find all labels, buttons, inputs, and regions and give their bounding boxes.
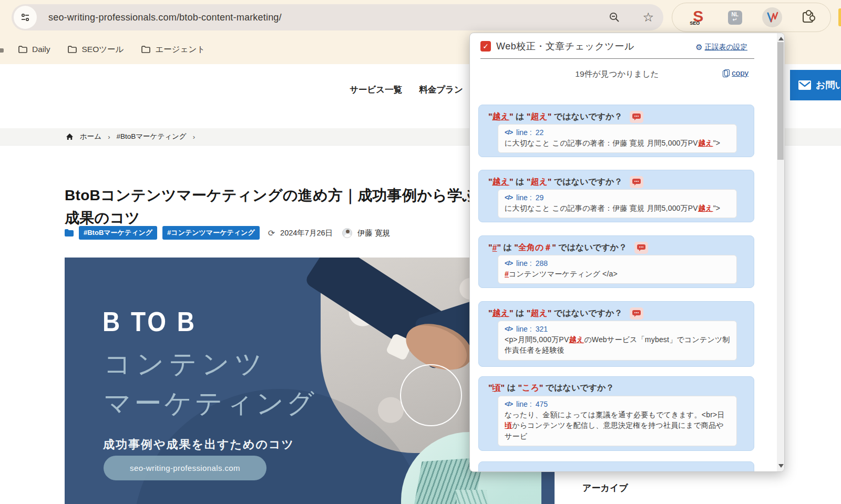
correct-term: 超え (530, 177, 547, 188)
zoom-out-icon[interactable] (609, 12, 620, 23)
comment-bubble-icon[interactable] (634, 242, 648, 254)
code-icon: </> (505, 400, 512, 408)
breadcrumb-separator: › (193, 133, 195, 141)
contact-label: お問い (816, 79, 841, 91)
post-date: 2024年7月26日 (280, 228, 333, 238)
line-number: 321 (536, 325, 548, 333)
correct-term: 超え (530, 308, 547, 319)
copy-link[interactable]: copy (723, 68, 748, 77)
line-number: 288 (536, 259, 548, 268)
scroll-down-arrow[interactable] (778, 464, 784, 468)
code-icon: </> (505, 129, 512, 136)
copy-icon (723, 69, 729, 77)
suggestion-card[interactable]: "越え" は "超え" ではないですか？ </>line :29 に大切なこと … (478, 170, 754, 222)
bookmark-fragment[interactable] (0, 48, 4, 53)
bookmark-seo-tools[interactable]: SEOツール (68, 44, 124, 55)
snippet-box: </>line :475 なったり、金額によっては稟議を通す必要もでてきます。<… (498, 396, 737, 446)
site-nav: サービス一覧 料金プラン 実 (350, 84, 488, 96)
extensions-puzzle-icon[interactable] (803, 12, 813, 23)
gear-icon: ⚙ (695, 43, 702, 52)
nav-item-services[interactable]: サービス一覧 (350, 84, 402, 96)
seo-extension-icon[interactable]: S SEO (690, 8, 707, 26)
highlighted-term: 越え (698, 139, 713, 147)
folder-icon (18, 46, 27, 53)
bookmark-agent[interactable]: エージェント (141, 44, 205, 55)
url-text[interactable]: seo-writing-professionals.com/btob-conte… (48, 12, 282, 23)
hero-title-content: コンテンツ (104, 346, 267, 383)
highlighted-term: 頃 (505, 421, 512, 429)
breadcrumb-separator: › (108, 133, 110, 141)
correct-term: 超え (530, 111, 547, 122)
snippet-box: </>line :29 に大切なこと この記事の著者：伊藤 寛規 月間5,000… (498, 189, 737, 218)
proofreader-popup: ✓ Web校正・文章チェックツール ⚙ 正誤表の設定 19件が見つかりました c… (469, 33, 785, 472)
nl-extension-icon[interactable]: NL ↵ (728, 11, 742, 25)
home-icon (66, 133, 74, 140)
code-icon: </> (505, 194, 512, 201)
tag-content-marketing[interactable]: #コンテンツマーケティング (162, 226, 260, 240)
wrong-term: 越え (493, 177, 509, 188)
breadcrumb-home[interactable]: ホーム (80, 132, 101, 141)
line-number: 475 (536, 400, 548, 408)
code-icon: </> (505, 260, 512, 267)
bookmark-daily[interactable]: Daily (18, 45, 50, 54)
comment-bubble-icon[interactable] (630, 176, 643, 188)
wrong-term: 越え (493, 308, 509, 319)
author-avatar (342, 228, 352, 238)
hero-title-btob: B TO B (102, 306, 197, 337)
folder-icon (141, 46, 150, 53)
results-count: 19件が見つかりました (470, 69, 764, 80)
wrong-term: 頃 (493, 383, 501, 394)
ring-outline (400, 364, 462, 426)
page-title: BtoBコンテンツマーケティングの進め方｜成功事例から学ぶ成果のコツ (65, 184, 490, 230)
suggestion-card[interactable]: "越え" は "超え" ではないですか？ </>line :321 <p>月間5… (478, 301, 754, 367)
highlighted-term: 越え (569, 335, 584, 344)
errata-settings-link[interactable]: ⚙ 正誤表の設定 (695, 43, 747, 52)
correct-term: ころ (522, 383, 539, 394)
folder-icon (65, 229, 74, 236)
scroll-up-arrow[interactable] (778, 37, 784, 40)
hero-domain-pill: seo-writing-professionals.com (104, 456, 266, 480)
suggestion-card-partial[interactable] (478, 461, 754, 472)
profile-avatar[interactable] (838, 8, 841, 26)
snippet-box: </>line :22 に大切なこと この記事の著者：伊藤 寛規 月間5,000… (498, 124, 737, 153)
scrollbar-thumb[interactable] (777, 42, 784, 160)
comment-bubble-icon[interactable] (630, 307, 643, 320)
snippet-box: </>line :321 <p>月間5,000万PV越えのWebサービス「myb… (498, 321, 737, 361)
snippet-box: </>line :288 #コンテンツマーケティング </a> (498, 255, 737, 284)
building-tower (455, 490, 503, 504)
highlighted-term: 越え (698, 204, 713, 212)
extensions-area: S SEO NL ↵ (672, 3, 831, 32)
highlighted-term: # (505, 270, 509, 278)
site-settings-icon[interactable] (14, 6, 37, 29)
hero-title-marketing: マーケティング (104, 385, 317, 422)
hero-subtitle: 成功事例や成果を出すためのコツ (103, 437, 294, 452)
updated-icon: ⟳ (268, 228, 275, 238)
envelope-icon (798, 80, 811, 90)
line-number: 29 (536, 193, 544, 202)
correct-term: 全角の＃ (518, 242, 552, 253)
wrong-term: 越え (493, 111, 509, 122)
contact-button[interactable]: お問い (790, 70, 841, 100)
breadcrumb-category[interactable]: #BtoBマーケティング (116, 132, 186, 141)
suggestion-card[interactable]: "頃" は "ころ" ではないですか？ </>line :475 なったり、金額… (478, 376, 754, 451)
divider (480, 58, 754, 59)
sidebar-archive-heading: アーカイブ (582, 482, 628, 494)
bookmark-star-icon[interactable]: ☆ (642, 10, 654, 25)
nav-item-pricing[interactable]: 料金プラン (419, 84, 463, 96)
enabled-checkbox[interactable]: ✓ (480, 41, 491, 52)
code-icon: </> (505, 325, 512, 333)
author-name: 伊藤 寛規 (357, 228, 390, 238)
address-bar[interactable]: seo-writing-professionals.com/btob-conte… (12, 4, 663, 30)
popup-title: Web校正・文章チェックツール (496, 40, 634, 53)
folder-icon (68, 46, 77, 53)
popup-scrollbar[interactable] (777, 33, 784, 471)
post-meta: #BtoBマーケティング #コンテンツマーケティング ⟳ 2024年7月26日 … (65, 226, 390, 240)
wrong-term: # (493, 243, 497, 253)
comment-bubble-icon[interactable] (630, 111, 643, 123)
line-number: 22 (536, 128, 544, 137)
tag-btob-marketing[interactable]: #BtoBマーケティング (79, 226, 157, 240)
suggestion-card[interactable]: "越え" は "超え" ではないですか？ </>line :22 に大切なこと … (478, 105, 754, 157)
proofreader-extension-icon[interactable] (762, 7, 782, 27)
suggestion-card[interactable]: "#" は "全角の＃" ではないですか？ </>line :288 #コンテン… (478, 235, 754, 288)
